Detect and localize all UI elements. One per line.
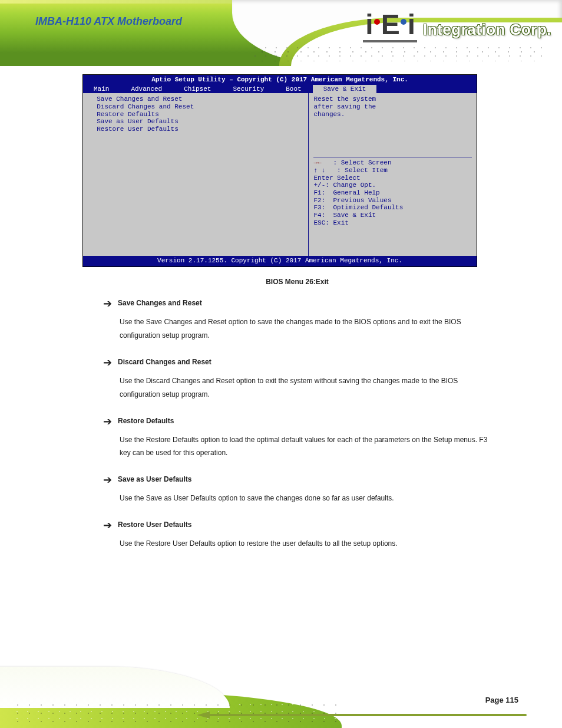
brand-logo-block: i E i Integration Corp.: [363, 11, 551, 42]
figure-caption: BIOS Menu 26:Exit: [103, 278, 491, 286]
logo-dot-blue-icon: [401, 19, 406, 25]
footer-accent-line: [209, 714, 527, 716]
bios-help-line: F4: Save & Exit: [313, 212, 472, 219]
bios-left-line: Restore Defaults: [89, 111, 302, 118]
bios-right-divider: [313, 157, 472, 157]
bios-left-pad: [89, 170, 302, 178]
bios-left-pane: Save Changes and Reset Discard Changes a…: [83, 93, 309, 255]
bios-tab-save-exit: Save & Exit: [313, 85, 378, 94]
bios-right-hint: after saving the: [313, 103, 472, 111]
option-entry: ➔ Discard Changes and Reset Use the Disc…: [103, 358, 491, 401]
bullet-arrow-icon: ➔: [103, 416, 112, 427]
bios-right-pad: [313, 118, 472, 126]
bios-right-pad: [313, 126, 472, 133]
bios-left-line: Save Changes and Reset: [89, 95, 302, 103]
brand-text: Integration Corp.: [423, 21, 551, 39]
footer-banner: Page 115: [0, 657, 562, 728]
bios-tab-security: Security: [222, 85, 275, 94]
logo-dot-red-icon: [374, 19, 380, 25]
bios-help-line: F3: Optimized Defaults: [313, 204, 472, 212]
bios-left-line: Restore User Defaults: [89, 126, 302, 133]
bios-tab-boot: Boot: [275, 85, 312, 94]
bios-tab-main: Main: [83, 85, 120, 94]
bios-help-line: F1: General Help: [313, 189, 472, 197]
iei-logo: i E i: [363, 11, 417, 42]
arrow-lr-icon: →←: [313, 159, 321, 166]
bios-right-pad: [313, 148, 472, 156]
bios-menu-tabs: Main Advanced Chipset Security Boot Save…: [83, 85, 477, 94]
bios-help-text: : Select Item: [325, 167, 388, 174]
bios-left-pad: [89, 200, 302, 207]
option-description: Use the Discard Changes and Reset option…: [120, 374, 491, 401]
bios-footer-version: Version 2.17.1255. Copyright (C) 2017 Am…: [83, 256, 477, 267]
bios-body: Save Changes and Reset Discard Changes a…: [83, 93, 477, 255]
arrow-ud-icon: ↑ ↓: [313, 167, 325, 174]
bios-left-pad: [89, 140, 302, 148]
bullet-arrow-icon: ➔: [103, 357, 112, 368]
option-title: Restore Defaults: [118, 417, 174, 425]
bios-left-pad: [89, 230, 302, 238]
iei-logo-text: E: [381, 11, 399, 39]
footer-dot-pattern: [12, 701, 342, 724]
option-entry: ➔ Restore User Defaults Use the Restore …: [103, 521, 491, 551]
bios-help-line: ESC: Exit: [313, 219, 472, 227]
bios-left-pad: [89, 193, 302, 200]
header-dot-pattern: [250, 44, 544, 61]
bios-left-pad: [89, 185, 302, 193]
bios-left-line: Discard Changes and Reset: [89, 103, 302, 111]
bullet-arrow-icon: ➔: [103, 475, 112, 485]
bios-left-pad: [89, 163, 302, 170]
bullet-arrow-icon: ➔: [103, 298, 112, 309]
bios-tab-advanced: Advanced: [120, 85, 173, 94]
option-title: Discard Changes and Reset: [118, 358, 211, 366]
bios-left-pad: [89, 133, 302, 140]
header-banner: IMBA-H110 ATX Motherboard i E i Integrat…: [0, 0, 562, 66]
bios-left-line: Save as User Defaults: [89, 118, 302, 126]
bios-left-pad: [89, 237, 302, 245]
bios-setup-title: Aptio Setup Utility – Copyright (C) 2017…: [83, 75, 477, 85]
bios-right-pad: [313, 140, 472, 148]
bios-help-text: : Select Screen: [322, 159, 392, 166]
bullet-arrow-icon: ➔: [103, 520, 112, 531]
option-title: Restore User Defaults: [118, 521, 191, 529]
iei-logo-text: i: [408, 11, 415, 39]
document-title: IMBA-H110 ATX Motherboard: [35, 15, 182, 28]
option-title: Save as User Defaults: [118, 475, 191, 483]
bios-left-pad: [89, 177, 302, 185]
option-description: Use the Save Changes and Reset option to…: [120, 315, 491, 342]
iei-logo-text: i: [365, 11, 372, 39]
option-description: Use the Restore Defaults option to load …: [120, 433, 491, 460]
page-content: BIOS Menu 26:Exit ➔ Save Changes and Res…: [103, 278, 491, 550]
page-number: Page 115: [485, 696, 518, 704]
option-description: Use the Restore User Defaults option to …: [120, 537, 491, 551]
bios-help-line: F2: Previous Values: [313, 197, 472, 205]
bios-left-pad: [89, 155, 302, 163]
bios-help-line: ↑ ↓ : Select Item: [313, 167, 472, 174]
bios-help-line: →← : Select Screen: [313, 159, 472, 167]
bios-right-pad: [313, 133, 472, 140]
option-entry: ➔ Restore Defaults Use the Restore Defau…: [103, 417, 491, 460]
bios-help-line: Enter Select: [313, 174, 472, 182]
bios-right-pane: Reset the system after saving the change…: [309, 93, 477, 255]
bios-right-hint: Reset the system: [313, 95, 472, 103]
bios-right-hint: changes.: [313, 111, 472, 118]
bios-screenshot: Aptio Setup Utility – Copyright (C) 2017…: [82, 74, 477, 267]
bios-left-pad: [89, 245, 302, 252]
option-description: Use the Save as User Defaults option to …: [120, 492, 491, 505]
bios-left-pad: [89, 222, 302, 230]
bios-left-pad: [89, 207, 302, 215]
bios-left-pad: [89, 215, 302, 223]
option-entry: ➔ Save Changes and Reset Use the Save Ch…: [103, 299, 491, 342]
bios-left-pad: [89, 148, 302, 156]
bios-help-line: +/-: Change Opt.: [313, 182, 472, 189]
option-entry: ➔ Save as User Defaults Use the Save as …: [103, 475, 491, 505]
bios-tab-chipset: Chipset: [173, 85, 222, 94]
option-title: Save Changes and Reset: [118, 299, 202, 307]
